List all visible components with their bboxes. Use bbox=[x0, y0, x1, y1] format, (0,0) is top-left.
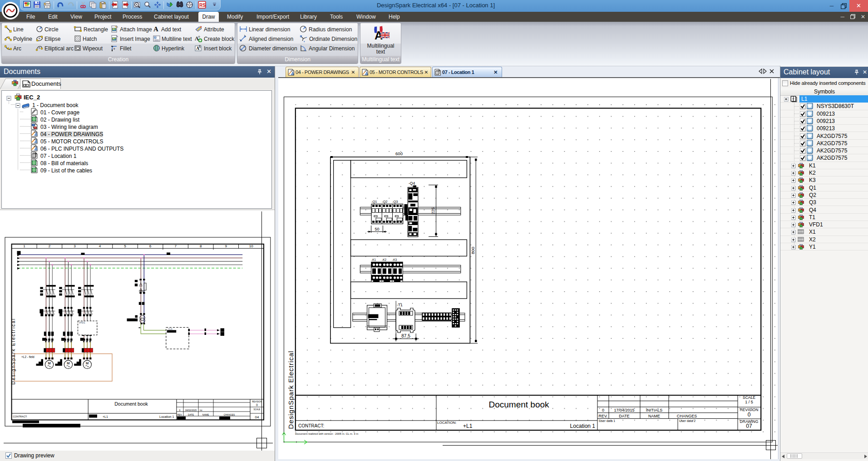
svg-text:SCALE: SCALE bbox=[743, 395, 755, 400]
svg-text:225: 225 bbox=[431, 207, 435, 214]
svg-text:04/02/2015: 04/02/2015 bbox=[185, 409, 197, 412]
svg-text:CONTRACT:: CONTRACT: bbox=[298, 423, 324, 428]
svg-text:600: 600 bbox=[395, 151, 403, 156]
svg-text:50: 50 bbox=[375, 227, 379, 231]
svg-text:4: 4 bbox=[99, 244, 101, 248]
svg-text:-K3: -K3 bbox=[392, 258, 397, 261]
svg-text:DATE: DATE bbox=[619, 414, 629, 418]
svg-text:Document book: Document book bbox=[488, 400, 549, 409]
svg-text:-Q3: -Q3 bbox=[392, 200, 398, 204]
svg-text:7: 7 bbox=[174, 244, 177, 248]
svg-text:REV.: REV. bbox=[598, 414, 607, 418]
svg-text:REVISION: REVISION bbox=[252, 401, 262, 403]
svg-text:-Y1 A: -Y1 A bbox=[167, 328, 172, 330]
svg-text:-K1: -K1 bbox=[371, 258, 376, 261]
svg-text:10: 10 bbox=[249, 244, 253, 248]
svg-text:User data 1: User data 1 bbox=[599, 419, 615, 422]
svg-text:04: 04 bbox=[255, 415, 259, 419]
svg-text:+L2 - field: +L2 - field bbox=[21, 355, 35, 358]
svg-text:-Q1: -Q1 bbox=[371, 200, 377, 204]
svg-text:VFD1: VFD1 bbox=[79, 321, 85, 324]
svg-text:DATE: DATE bbox=[188, 413, 194, 416]
svg-text:6: 6 bbox=[149, 244, 152, 248]
svg-text:0: 0 bbox=[602, 408, 604, 412]
svg-text:800: 800 bbox=[470, 247, 475, 254]
svg-text:User data 2: User data 2 bbox=[679, 419, 695, 422]
svg-text:DesignSpark Electrical: DesignSpark Electrical bbox=[287, 351, 295, 429]
svg-text:RS: RS bbox=[199, 3, 206, 8]
svg-text:CHANGES: CHANGES bbox=[677, 414, 697, 418]
svg-text:1 / 5: 1 / 5 bbox=[745, 400, 753, 404]
svg-text:+L1: +L1 bbox=[103, 415, 108, 418]
svg-text:A: A bbox=[153, 25, 158, 33]
svg-text:CONTRACT:: CONTRACT: bbox=[13, 415, 28, 418]
svg-text:9: 9 bbox=[225, 244, 227, 248]
svg-text:5: 5 bbox=[124, 244, 126, 248]
svg-text:REVISION: REVISION bbox=[740, 407, 759, 412]
svg-text:-Q4: -Q4 bbox=[409, 181, 415, 186]
svg-text:1: 1 bbox=[23, 244, 25, 248]
svg-text:0: 0 bbox=[256, 403, 258, 407]
svg-text:+: + bbox=[113, 47, 115, 51]
svg-text:+: + bbox=[38, 36, 40, 41]
svg-text:-K2: -K2 bbox=[382, 258, 387, 261]
svg-text:0: 0 bbox=[748, 412, 751, 418]
svg-text:-Q2: -Q2 bbox=[382, 200, 388, 204]
svg-text:A: A bbox=[154, 36, 156, 39]
svg-text:REV.: REV. bbox=[177, 413, 182, 416]
svg-text:+: + bbox=[38, 46, 40, 50]
svg-text:SCALE: SCALE bbox=[254, 408, 261, 411]
svg-text:3: 3 bbox=[74, 244, 76, 248]
svg-text:NAME: NAME bbox=[202, 413, 209, 416]
svg-text:Document realized with version: Document realized with version : 2005 m.… bbox=[295, 432, 358, 435]
svg-text:NAME: NAME bbox=[648, 414, 660, 418]
svg-text:-T1: -T1 bbox=[397, 303, 403, 307]
svg-text:17/04/2015: 17/04/2015 bbox=[614, 408, 634, 412]
svg-text:2: 2 bbox=[49, 244, 51, 248]
svg-text:+L1: +L1 bbox=[463, 423, 473, 429]
svg-text:LOCATION:: LOCATION: bbox=[437, 421, 457, 425]
svg-text:0: 0 bbox=[179, 409, 181, 412]
svg-text:87,5: 87,5 bbox=[401, 333, 410, 338]
svg-text:8: 8 bbox=[200, 244, 202, 248]
svg-text:Document book: Document book bbox=[114, 401, 148, 407]
svg-text:07: 07 bbox=[746, 423, 752, 429]
svg-text:DesignSpark Electrical: DesignSpark Electrical bbox=[11, 318, 16, 385]
svg-text:CHANGES: CHANGES bbox=[224, 413, 235, 416]
svg-text:Location 1: Location 1 bbox=[570, 423, 596, 429]
svg-text:Location 1: Location 1 bbox=[159, 415, 174, 418]
svg-text:Ini: Ini bbox=[200, 409, 202, 412]
svg-text:INITIALS: INITIALS bbox=[646, 408, 663, 412]
